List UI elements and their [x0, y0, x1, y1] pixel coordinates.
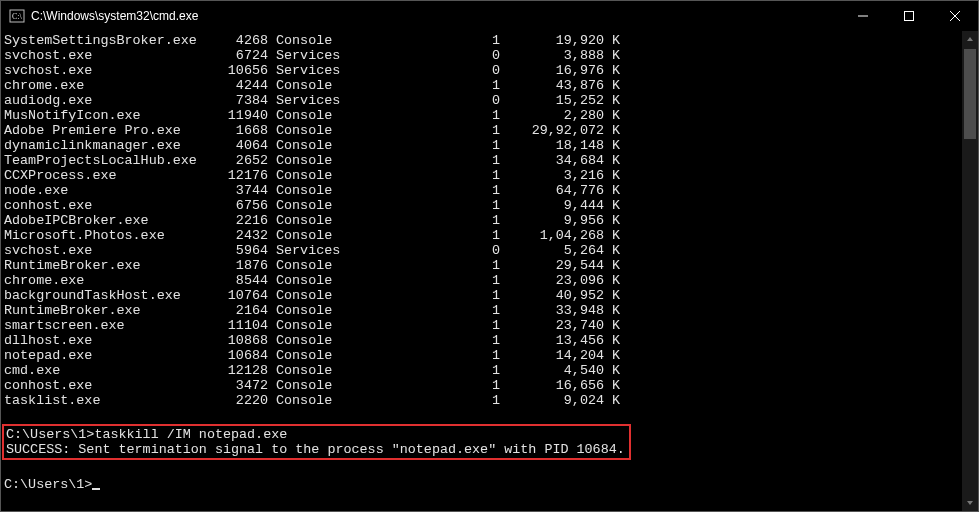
process-unit: K: [604, 348, 620, 363]
process-name: MusNotifyIcon.exe: [4, 108, 204, 123]
process-mem: 13,456: [500, 333, 604, 348]
process-name: TeamProjectsLocalHub.exe: [4, 153, 204, 168]
process-session_name: Console: [276, 318, 348, 333]
minimize-button[interactable]: [840, 1, 886, 31]
process-row: svchost.exe10656 Services016,976 K: [4, 63, 962, 78]
process-pid: 3472: [204, 378, 268, 393]
process-unit: K: [604, 78, 620, 93]
process-unit: K: [604, 318, 620, 333]
process-session_num: 1: [348, 198, 500, 213]
process-name: chrome.exe: [4, 273, 204, 288]
prompt: C:\Users\1>: [4, 477, 92, 492]
process-pid: 2216: [204, 213, 268, 228]
process-unit: K: [604, 228, 620, 243]
process-name: dynamiclinkmanager.exe: [4, 138, 204, 153]
process-row: audiodg.exe7384 Services015,252 K: [4, 93, 962, 108]
process-mem: 29,92,072: [500, 123, 604, 138]
process-pid: 7384: [204, 93, 268, 108]
process-row: chrome.exe8544 Console123,096 K: [4, 273, 962, 288]
process-row: AdobeIPCBroker.exe2216 Console19,956 K: [4, 213, 962, 228]
process-row: cmd.exe12128 Console14,540 K: [4, 363, 962, 378]
process-name: backgroundTaskHost.exe: [4, 288, 204, 303]
process-mem: 1,04,268: [500, 228, 604, 243]
process-session_num: 1: [348, 123, 500, 138]
scroll-up-arrow[interactable]: [962, 31, 978, 47]
process-pid: 1668: [204, 123, 268, 138]
cursor: [92, 488, 100, 490]
process-row: RuntimeBroker.exe2164 Console133,948 K: [4, 303, 962, 318]
process-row: RuntimeBroker.exe1876 Console129,544 K: [4, 258, 962, 273]
scrollbar-thumb[interactable]: [964, 49, 976, 139]
process-session_num: 1: [348, 33, 500, 48]
process-pid: 10684: [204, 348, 268, 363]
current-prompt-line[interactable]: C:\Users\1>: [4, 477, 962, 492]
process-unit: K: [604, 393, 620, 408]
process-mem: 9,024: [500, 393, 604, 408]
process-name: RuntimeBroker.exe: [4, 258, 204, 273]
process-session_num: 1: [348, 378, 500, 393]
process-name: conhost.exe: [4, 378, 204, 393]
process-session_num: 0: [348, 243, 500, 258]
console-output[interactable]: SystemSettingsBroker.exe4268 Console119,…: [1, 31, 962, 511]
process-row: chrome.exe4244 Console143,876 K: [4, 78, 962, 93]
process-name: Microsoft.Photos.exe: [4, 228, 204, 243]
process-pid: 2164: [204, 303, 268, 318]
svg-marker-7: [967, 501, 973, 505]
process-session_num: 1: [348, 363, 500, 378]
process-session_name: Console: [276, 153, 348, 168]
process-session_num: 1: [348, 78, 500, 93]
process-unit: K: [604, 243, 620, 258]
process-unit: K: [604, 213, 620, 228]
process-session_name: Console: [276, 273, 348, 288]
process-unit: K: [604, 138, 620, 153]
process-pid: 1876: [204, 258, 268, 273]
process-unit: K: [604, 63, 620, 78]
process-session_num: 1: [348, 258, 500, 273]
process-mem: 3,888: [500, 48, 604, 63]
close-button[interactable]: [932, 1, 978, 31]
process-session_num: 1: [348, 273, 500, 288]
process-session_num: 1: [348, 318, 500, 333]
process-mem: 9,956: [500, 213, 604, 228]
process-session_num: 0: [348, 93, 500, 108]
process-session_name: Console: [276, 393, 348, 408]
process-row: SystemSettingsBroker.exe4268 Console119,…: [4, 33, 962, 48]
titlebar[interactable]: C:\ C:\Windows\system32\cmd.exe: [1, 1, 978, 31]
process-row: TeamProjectsLocalHub.exe2652 Console134,…: [4, 153, 962, 168]
process-unit: K: [604, 363, 620, 378]
process-row: Adobe Premiere Pro.exe1668 Console129,92…: [4, 123, 962, 138]
process-session_num: 1: [348, 213, 500, 228]
process-session_name: Services: [276, 63, 348, 78]
cmd-icon: C:\: [9, 8, 25, 24]
highlight-annotation: C:\Users\1>taskkill /IM notepad.exeSUCCE…: [2, 424, 631, 460]
cmd-window: C:\ C:\Windows\system32\cmd.exe SystemSe…: [0, 0, 979, 512]
process-mem: 33,948: [500, 303, 604, 318]
process-pid: 8544: [204, 273, 268, 288]
process-session_num: 1: [348, 333, 500, 348]
process-unit: K: [604, 108, 620, 123]
vertical-scrollbar[interactable]: [962, 31, 978, 511]
scroll-down-arrow[interactable]: [962, 495, 978, 511]
process-name: SystemSettingsBroker.exe: [4, 33, 204, 48]
process-row: Microsoft.Photos.exe2432 Console11,04,26…: [4, 228, 962, 243]
process-name: tasklist.exe: [4, 393, 204, 408]
maximize-button[interactable]: [886, 1, 932, 31]
process-pid: 11940: [204, 108, 268, 123]
process-mem: 5,264: [500, 243, 604, 258]
process-name: smartscreen.exe: [4, 318, 204, 333]
process-mem: 16,656: [500, 378, 604, 393]
process-mem: 4,540: [500, 363, 604, 378]
process-row: dllhost.exe10868 Console113,456 K: [4, 333, 962, 348]
process-session_name: Console: [276, 138, 348, 153]
process-name: node.exe: [4, 183, 204, 198]
process-row: conhost.exe6756 Console19,444 K: [4, 198, 962, 213]
process-mem: 29,544: [500, 258, 604, 273]
process-row: tasklist.exe2220 Console19,024 K: [4, 393, 962, 408]
process-name: Adobe Premiere Pro.exe: [4, 123, 204, 138]
process-pid: 12176: [204, 168, 268, 183]
process-mem: 14,204: [500, 348, 604, 363]
svg-rect-3: [905, 12, 914, 21]
process-name: AdobeIPCBroker.exe: [4, 213, 204, 228]
process-unit: K: [604, 258, 620, 273]
process-pid: 6724: [204, 48, 268, 63]
